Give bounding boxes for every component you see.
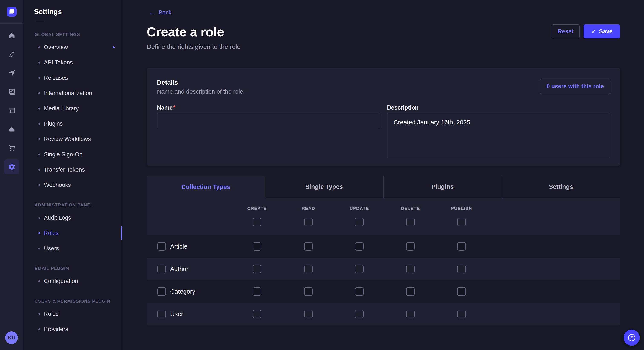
row-select-checkbox[interactable] <box>158 310 166 318</box>
home-icon[interactable] <box>4 28 19 43</box>
users-with-role-button[interactable]: 0 users with this role <box>540 79 610 94</box>
main-content: ← Back Create a role Define the rights g… <box>122 0 644 350</box>
strapi-logo[interactable] <box>7 7 16 16</box>
category-publish-checkbox[interactable] <box>457 287 466 296</box>
page-subtitle: Define the rights given to the role <box>147 43 644 50</box>
article-delete-checkbox[interactable] <box>406 242 415 251</box>
sidebar-item-label: Review Workflows <box>44 136 91 143</box>
category-create-checkbox[interactable] <box>253 287 261 296</box>
category-update-checkbox[interactable] <box>355 287 364 296</box>
settings-gear-icon[interactable] <box>4 159 19 174</box>
tab-label: Plugins <box>432 183 454 190</box>
sidebar-item-roles-up[interactable]: Roles <box>24 306 122 322</box>
sidebar-item-label: Plugins <box>44 121 63 127</box>
table-row-author: Author <box>147 258 620 280</box>
sidebar-title: Settings <box>34 8 122 16</box>
back-link[interactable]: ← Back <box>149 9 172 16</box>
tab-plugins[interactable]: Plugins <box>383 176 502 198</box>
sidebar-item-api-tokens[interactable]: API Tokens <box>24 55 122 70</box>
sidebar-item-users[interactable]: Users <box>24 241 122 256</box>
sidebar-item-label: API Tokens <box>44 59 73 66</box>
bullet-icon <box>38 154 40 156</box>
tab-label: Single Types <box>306 183 343 190</box>
tab-single-types[interactable]: Single Types <box>265 176 383 198</box>
sidebar-item-overview[interactable]: Overview <box>24 39 122 55</box>
row-select-checkbox[interactable] <box>158 265 166 273</box>
user-update-checkbox[interactable] <box>355 310 364 318</box>
sidebar-item-internationalization[interactable]: Internationalization <box>24 85 122 101</box>
back-arrow-icon: ← <box>149 10 156 15</box>
cloud-icon[interactable] <box>4 122 19 137</box>
select-all-delete-checkbox[interactable] <box>406 218 415 226</box>
sidebar-item-plugins[interactable]: Plugins <box>24 116 122 131</box>
reset-button[interactable]: Reset <box>552 24 580 38</box>
section-label-users-permissions-plugin: USERS & PERMISSIONS PLUGIN <box>34 299 122 304</box>
table-row-user: User <box>147 303 620 325</box>
sidebar-item-label: Audit Logs <box>44 214 71 221</box>
sidebar-item-label: Configuration <box>44 278 78 285</box>
category-read-checkbox[interactable] <box>304 287 313 296</box>
user-create-checkbox[interactable] <box>253 310 261 318</box>
paper-plane-icon[interactable] <box>4 66 19 81</box>
name-input[interactable] <box>157 113 380 128</box>
media-library-icon[interactable] <box>4 84 19 99</box>
article-create-checkbox[interactable] <box>253 242 261 251</box>
table-row-article: Article <box>147 235 620 258</box>
article-publish-checkbox[interactable] <box>457 242 466 251</box>
user-publish-checkbox[interactable] <box>457 310 466 318</box>
article-update-checkbox[interactable] <box>355 242 364 251</box>
sidebar-item-transfer-tokens[interactable]: Transfer Tokens <box>24 162 122 177</box>
bullet-icon <box>38 92 40 94</box>
sidebar-item-configuration[interactable]: Configuration <box>24 273 122 289</box>
sidebar-item-releases[interactable]: Releases <box>24 70 122 85</box>
content-manager-icon[interactable] <box>4 103 19 118</box>
bullet-icon <box>38 138 40 140</box>
select-all-read-checkbox[interactable] <box>304 218 313 226</box>
article-read-checkbox[interactable] <box>304 242 313 251</box>
author-update-checkbox[interactable] <box>355 265 364 273</box>
sidebar-item-webhooks[interactable]: Webhooks <box>24 177 122 193</box>
settings-sidebar: Settings GLOBAL SETTINGS Overview API To… <box>24 0 122 350</box>
sidebar-item-label: Roles <box>44 311 58 317</box>
author-delete-checkbox[interactable] <box>406 265 415 273</box>
select-all-update-checkbox[interactable] <box>355 218 364 226</box>
bullet-icon <box>38 232 40 234</box>
bullet-icon <box>38 123 40 125</box>
tab-settings[interactable]: Settings <box>502 176 620 198</box>
bullet-icon <box>38 313 40 315</box>
marketplace-cart-icon[interactable] <box>4 141 19 156</box>
sidebar-item-media-library[interactable]: Media Library <box>24 101 122 116</box>
sidebar-item-providers[interactable]: Providers <box>24 322 122 337</box>
category-delete-checkbox[interactable] <box>406 287 415 296</box>
user-read-checkbox[interactable] <box>304 310 313 318</box>
logo-section <box>0 0 23 24</box>
row-label: Category <box>170 288 195 295</box>
details-subtitle: Name and description of the role <box>157 88 243 95</box>
sidebar-item-label: Roles <box>44 230 58 236</box>
select-all-publish-checkbox[interactable] <box>457 218 466 226</box>
author-create-checkbox[interactable] <box>253 265 261 273</box>
row-select-checkbox[interactable] <box>158 242 166 251</box>
sidebar-item-roles-admin[interactable]: Roles <box>24 225 122 241</box>
author-publish-checkbox[interactable] <box>457 265 466 273</box>
description-label: Description <box>387 104 610 111</box>
sidebar-item-review-workflows[interactable]: Review Workflows <box>24 131 122 147</box>
section-label-email-plugin: EMAIL PLUGIN <box>34 266 122 271</box>
row-select-checkbox[interactable] <box>158 287 166 296</box>
description-textarea[interactable]: Created January 16th, 2025 <box>387 113 610 158</box>
sidebar-item-audit-logs[interactable]: Audit Logs <box>24 210 122 225</box>
select-all-create-checkbox[interactable] <box>253 218 261 226</box>
help-button[interactable]: ? <box>624 330 640 346</box>
tab-collection-types[interactable]: Collection Types <box>147 176 265 198</box>
sidebar-item-single-sign-on[interactable]: Single Sign-On <box>24 147 122 162</box>
sidebar-item-label: Providers <box>44 326 68 333</box>
sidebar-item-label: Releases <box>44 75 68 81</box>
avatar[interactable]: KD <box>5 331 18 344</box>
save-button[interactable]: ✓ Save <box>584 24 620 38</box>
feather-icon[interactable] <box>4 47 19 62</box>
sidebar-item-label: Media Library <box>44 105 79 112</box>
author-read-checkbox[interactable] <box>304 265 313 273</box>
column-header-update: UPDATE <box>350 206 369 211</box>
user-delete-checkbox[interactable] <box>406 310 415 318</box>
section-label-administration-panel: ADMINISTRATION PANEL <box>34 202 122 207</box>
